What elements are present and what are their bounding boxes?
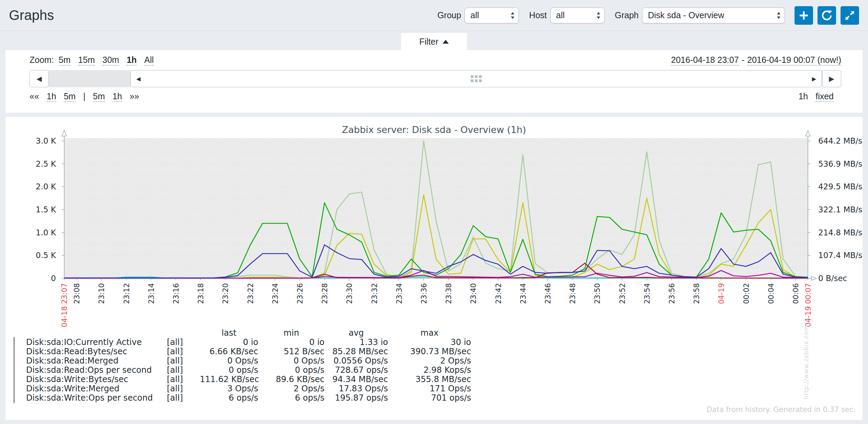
zoom-option-1h[interactable]: 1h	[127, 55, 137, 66]
legend-series-scope: [all]	[162, 338, 200, 347]
x-axis-label: 23:24	[271, 283, 279, 304]
overview-chart: 00.5 K1.0 K1.5 K2.0 K2.5 K3.0 K0 B/sec10…	[5, 117, 863, 344]
filter-toggle-tab[interactable]: Filter	[401, 33, 467, 50]
time-nav-1h: 1h	[798, 91, 808, 101]
group-label: Group	[437, 10, 461, 20]
page-title: Graphs	[9, 8, 54, 23]
select-arrows-icon	[510, 11, 515, 20]
legend-series-name: Disk:sda:IO:Currently Active	[26, 338, 162, 347]
arrow-right-icon: ▶	[829, 75, 834, 83]
series-color-swatch	[14, 365, 14, 375]
zabbix-watermark: http://www.zabbix.com	[803, 325, 810, 399]
legend-col-header: avg	[324, 328, 388, 338]
legend-series-name: Disk:sda:Write:Bytes/sec	[26, 375, 162, 384]
legend-stat-last: 0 io	[200, 338, 258, 347]
zoom-option-all[interactable]: All	[144, 55, 154, 66]
scrollbar-track[interactable]	[49, 70, 130, 87]
legend-swatch	[14, 347, 26, 356]
time-nav-left: ««1h5m|5m1h»»	[30, 91, 147, 101]
time-nav-fixed[interactable]: fixed	[815, 91, 834, 102]
time-filter-panel: Zoom: 5m15m30m1hAll 2016-04-18 23:07-201…	[5, 50, 863, 113]
legend-series-name: Disk:sda:Read:Merged	[26, 356, 162, 366]
zoom-label: Zoom:	[30, 55, 54, 65]
x-axis-label: 23:12	[123, 283, 131, 304]
legend-stat-max: 171 Ops/s	[388, 384, 471, 393]
legend-col-header: max	[388, 328, 471, 338]
zoom-row: Zoom: 5m15m30m1hAll 2016-04-18 23:07-201…	[30, 55, 841, 65]
legend-stat-last: 6.66 KB/sec	[200, 347, 258, 356]
legend-stat-max: 2 Ops/s	[388, 356, 471, 366]
legend-series-scope: [all]	[162, 384, 200, 393]
x-axis-label: 04-19	[717, 283, 726, 304]
time-nav-1h[interactable]: 1h	[47, 91, 56, 102]
x-axis-label: 23:54	[643, 283, 651, 304]
x-axis-label: 23:46	[544, 283, 552, 304]
zoom-option-30m[interactable]: 30m	[102, 55, 119, 66]
time-range: 2016-04-18 23:07-2016-04-19 00:07 (now!)	[671, 55, 841, 65]
x-axis-label: 23:48	[569, 283, 577, 304]
series-color-swatch	[14, 356, 14, 366]
time-nav-xx[interactable]: ««	[30, 91, 39, 101]
group-select[interactable]: all	[465, 8, 519, 23]
legend-series-scope: [all]	[162, 356, 200, 366]
host-select[interactable]: all	[550, 8, 605, 23]
scrollbar-right-button[interactable]: ▶	[822, 70, 841, 87]
x-axis-label: 23:26	[296, 283, 304, 304]
y-axis-arrow-icon	[806, 131, 810, 136]
collapse-caret-icon	[443, 40, 449, 44]
x-axis-label: 23:36	[420, 283, 428, 304]
x-axis-label: 00:02	[742, 283, 751, 304]
series-color-swatch	[14, 383, 14, 394]
legend-stat-max: 30 io	[388, 338, 471, 347]
legend-series-name: Disk:sda:Write:Ops per second	[26, 393, 162, 403]
series-color-swatch	[14, 337, 14, 347]
time-nav-5m[interactable]: 5m	[93, 91, 105, 102]
add-graph-button[interactable]	[795, 6, 813, 25]
refresh-button[interactable]	[818, 6, 836, 25]
legend-swatch	[14, 338, 26, 347]
time-nav-xx[interactable]: »»	[129, 91, 139, 101]
group-select-value: all	[470, 10, 479, 20]
legend-series-scope: [all]	[162, 347, 200, 356]
legend-stat-max: 390.73 MB/sec	[388, 347, 471, 356]
series-color-swatch	[14, 393, 14, 403]
time-nav-5m[interactable]: 5m	[64, 91, 76, 102]
x-axis-label: 23:14	[147, 283, 156, 304]
graph-select[interactable]: Disk sda - Overview	[642, 8, 785, 23]
y-axis-left-label: 2.5 K	[36, 159, 56, 168]
legend-stat-avg: 17.83 Ops/s	[324, 384, 388, 393]
legend-head-spacer	[162, 328, 200, 338]
refresh-icon	[821, 10, 833, 21]
arrow-left-icon: ◀	[36, 75, 42, 83]
scrollbar-left-button[interactable]: ◀	[30, 70, 49, 87]
y-axis-left-label: 3.0 K	[36, 136, 56, 145]
x-axis-label: 23:30	[345, 283, 354, 304]
legend-stat-avg: 728.67 ops/s	[324, 366, 388, 375]
graph-select-value: Disk sda - Overview	[648, 10, 724, 20]
legend-swatch	[14, 384, 26, 393]
zoom-option-5m[interactable]: 5m	[59, 55, 71, 66]
host-select-value: all	[556, 10, 565, 20]
slider-right-arrow-icon: ▶	[812, 76, 816, 82]
scrollbar-slider[interactable]: ◀ ▶	[130, 70, 822, 87]
x-axis-label: 23:38	[445, 283, 453, 304]
zoom-option-15m[interactable]: 15m	[78, 55, 95, 66]
time-range-from-link[interactable]: 2016-04-18 23:07	[671, 55, 739, 66]
y-axis-left-label: 2.0 K	[36, 182, 56, 191]
legend-stat-max: 701 ops/s	[388, 393, 471, 403]
time-nav-1h[interactable]: 1h	[113, 91, 122, 102]
fullscreen-button[interactable]	[841, 6, 859, 25]
legend-stat-avg: 0.0556 Ops/s	[324, 356, 388, 366]
graph-label: Graph	[615, 10, 639, 20]
legend-stat-min: 0 io	[258, 338, 324, 347]
legend-stat-avg: 1.33 io	[324, 338, 388, 347]
x-axis-label: 23:50	[593, 283, 602, 304]
y-axis-right-label: 107.4 MB/sec	[818, 251, 863, 260]
time-range-to-link[interactable]: 2016-04-19 00:07 (now!)	[747, 55, 841, 66]
legend-stat-last: 0 Ops/s	[200, 356, 258, 366]
x-axis-label: 23:10	[98, 283, 106, 304]
x-axis-label: 23:42	[494, 283, 503, 304]
slider-grip-icon[interactable]	[471, 75, 482, 82]
x-axis-label: 00:04	[767, 283, 775, 304]
legend-stat-last: 111.62 KB/sec	[200, 375, 258, 384]
